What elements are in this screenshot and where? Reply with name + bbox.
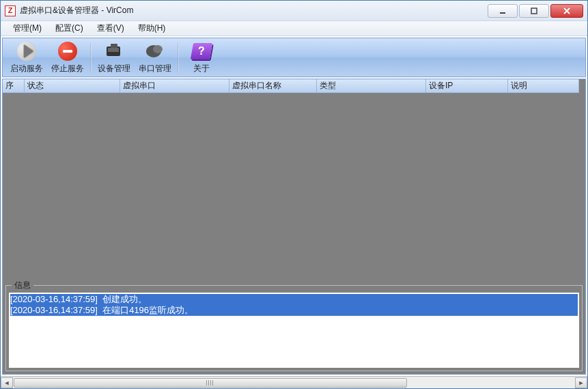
toolbar: 启动服务 停止服务 设备管理 串口管理 — [2, 38, 586, 77]
start-service-label: 启动服务 — [10, 63, 43, 75]
minimize-icon — [499, 8, 506, 14]
close-button[interactable] — [550, 4, 583, 18]
horizontal-scrollbar[interactable]: ◄ ► — [1, 376, 587, 388]
info-group: 信息 [2020-03-16,14:37:59] 创建成功。[2020-03-1… — [5, 285, 583, 371]
column-header-vname[interactable]: 虚拟串口名称 — [229, 79, 317, 93]
content-area: 序状态虚拟串口虚拟串口名称类型设备IP说明 信息 [2020-03-16,14:… — [2, 79, 586, 375]
serial-mgmt-button[interactable]: 串口管理 — [138, 40, 172, 75]
play-icon — [17, 42, 36, 61]
svg-rect-4 — [111, 44, 117, 48]
titlebar: Z 虚拟串口&设备管理器 - VirCom — [1, 1, 587, 21]
about-label: 关于 — [193, 63, 210, 75]
toolbar-separator — [178, 42, 179, 72]
table-header: 序状态虚拟串口虚拟串口名称类型设备IP说明 — [3, 79, 585, 93]
stop-icon — [58, 42, 77, 61]
log-line[interactable]: [2020-03-16,14:37:59] 创建成功。 — [10, 294, 578, 305]
menu-config[interactable]: 配置(C) — [48, 21, 90, 36]
maximize-button[interactable] — [519, 4, 549, 18]
app-window: Z 虚拟串口&设备管理器 - VirCom 管理(M) 配置(C) 查看(V) … — [0, 0, 588, 389]
device-mgmt-label: 设备管理 — [98, 63, 130, 75]
toolbar-group-2: 设备管理 串口管理 — [93, 40, 176, 75]
log-line[interactable]: [2020-03-16,14:37:59] 在端口4196监听成功。 — [10, 305, 578, 316]
window-title: 虚拟串口&设备管理器 - VirCom — [20, 5, 488, 16]
about-button[interactable]: 关于 — [184, 40, 219, 75]
column-header-vport[interactable]: 虚拟串口 — [120, 79, 229, 93]
info-log[interactable]: [2020-03-16,14:37:59] 创建成功。[2020-03-16,1… — [9, 293, 579, 368]
window-controls — [488, 4, 583, 18]
table-rows-empty — [3, 93, 585, 282]
scroll-thumb[interactable] — [14, 378, 407, 388]
menu-view[interactable]: 查看(V) — [90, 21, 131, 36]
scroll-right-arrow[interactable]: ► — [575, 377, 587, 388]
scroll-left-arrow[interactable]: ◄ — [1, 377, 13, 388]
toolbar-separator — [90, 42, 92, 72]
about-icon — [191, 43, 212, 59]
toolbar-group-1: 启动服务 停止服务 — [5, 40, 89, 75]
svg-rect-1 — [531, 8, 537, 14]
column-header-type[interactable]: 类型 — [317, 79, 426, 93]
maximize-icon — [531, 8, 537, 14]
serial-mgmt-label: 串口管理 — [139, 63, 171, 75]
start-service-button[interactable]: 启动服务 — [10, 40, 44, 75]
device-mgmt-button[interactable]: 设备管理 — [97, 40, 131, 75]
device-icon — [104, 41, 124, 62]
toolbar-group-3: 关于 — [180, 40, 223, 75]
column-header-status[interactable]: 状态 — [25, 79, 120, 93]
column-header-seq[interactable]: 序 — [3, 79, 25, 93]
scroll-track[interactable] — [13, 377, 575, 388]
svg-rect-0 — [500, 12, 505, 14]
app-icon: Z — [5, 5, 16, 16]
info-legend: 信息 — [12, 280, 33, 291]
serial-icon — [145, 41, 165, 62]
svg-point-6 — [153, 45, 163, 53]
stop-service-button[interactable]: 停止服务 — [51, 40, 85, 75]
column-header-note[interactable]: 说明 — [508, 79, 579, 93]
stop-service-label: 停止服务 — [51, 63, 84, 75]
menu-help[interactable]: 帮助(H) — [131, 21, 173, 36]
menu-manage[interactable]: 管理(M) — [6, 21, 48, 36]
menubar: 管理(M) 配置(C) 查看(V) 帮助(H) — [1, 21, 587, 36]
column-header-ip[interactable]: 设备IP — [426, 79, 508, 93]
svg-rect-3 — [108, 48, 119, 52]
close-icon — [563, 8, 571, 14]
minimize-button[interactable] — [488, 4, 518, 18]
